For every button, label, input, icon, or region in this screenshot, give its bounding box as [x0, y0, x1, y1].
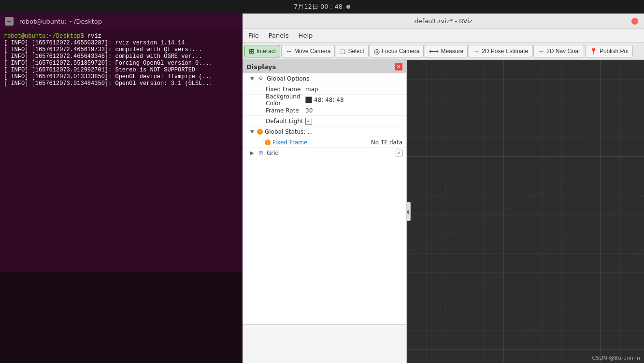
background-color-swatch [305, 97, 312, 103]
terminal-window: ☰ robot@ubuntu: ~/Desktop robot@ubuntu:~… [0, 14, 243, 363]
displays-close-button[interactable]: ✕ [395, 63, 402, 70]
grid-icon: ⊞ [257, 149, 265, 157]
terminal-bottom [0, 272, 243, 363]
viewport-3d[interactable]: ◀ CSDN @Burannnn [407, 60, 644, 363]
displays-panel: Displays ✕ ▼ ⚙ Global Options Fixed Fram… [243, 60, 407, 363]
menu-file[interactable]: File [244, 31, 263, 40]
rviz-body: Displays ✕ ▼ ⚙ Global Options Fixed Fram… [243, 60, 644, 363]
toolbar-measure[interactable]: ⟷ Measure [425, 45, 468, 57]
fixed-frame-status-value: No TF data [371, 139, 404, 146]
rviz-titlebar: default.rviz* - RViz [243, 14, 644, 29]
terminal-line-4: [ INFO] [1657612072.465643346]: compiled… [4, 53, 239, 60]
tree-fixed-frame-status[interactable]: ! Fixed Frame No TF data [243, 137, 406, 148]
main-layout: ☰ robot@ubuntu: ~/Desktop robot@ubuntu:~… [0, 14, 644, 363]
terminal-line-8: [ INFO] [1657612073.013484350]: OpenGl v… [4, 80, 239, 87]
datetime: 7月12日 00：48 [294, 2, 343, 11]
grid-checkbox[interactable]: ✓ [396, 150, 402, 156]
fixed-frame-status-icon: ! [265, 140, 271, 145]
terminal-line-1: robot@ubuntu:~/Desktop$ rviz [4, 33, 239, 40]
panel-collapse-arrow[interactable]: ◀ [407, 202, 411, 221]
terminal-line-6: [ INFO] [1657612073.012992701]: Stereo i… [4, 67, 239, 73]
frame-rate-label: Frame Rate [243, 107, 305, 114]
rviz-menubar: File Panels Help [243, 29, 644, 42]
displays-title: Displays [246, 63, 276, 70]
terminal-line-5: [ INFO] [1657612072.551859720]: Forcing … [4, 60, 239, 67]
rviz-close-button[interactable] [631, 18, 638, 25]
global-status-label: Global Status: ... [265, 128, 404, 135]
tree-grid[interactable]: ▶ ⊞ Grid ✓ [243, 148, 406, 158]
default-light-label: Default Light [243, 118, 305, 125]
grid-expand-icon: ▶ [250, 150, 256, 156]
interact-icon: ⊞ [249, 47, 255, 55]
global-options-gear-icon: ⚙ [257, 75, 265, 83]
prop-background-color: Background Color 48; 48; 48 [243, 95, 406, 105]
move-camera-icon: ↔ [286, 47, 292, 55]
2d-pose-label: 2D Pose Estimate [482, 48, 528, 55]
background-color-text: 48; 48; 48 [314, 97, 344, 103]
fixed-frame-status-label: Fixed Frame [272, 139, 371, 146]
terminal-title: robot@ubuntu: ~/Desktop [19, 18, 102, 25]
background-color-value[interactable]: 48; 48; 48 [305, 97, 406, 103]
rviz-panel: default.rviz* - RViz File Panels Help ⊞ … [243, 14, 644, 363]
toolbar-2d-pose[interactable]: → 2D Pose Estimate [469, 45, 532, 57]
toolbar-move-camera[interactable]: ↔ Move Camera [281, 45, 335, 57]
terminal-win-icon: ☰ [5, 17, 14, 26]
measure-label: Measure [441, 48, 463, 55]
toolbar-interact[interactable]: ⊞ Interact [244, 45, 280, 57]
fixed-frame-status-expand-icon [258, 140, 264, 145]
fixed-frame-label: Fixed Frame [243, 86, 305, 93]
move-camera-label: Move Camera [294, 48, 330, 55]
rviz-toolbar: ⊞ Interact ↔ Move Camera ◻ Select ◎ Focu… [243, 42, 644, 60]
focus-camera-icon: ◎ [374, 47, 380, 55]
rviz-title: default.rviz* - RViz [414, 17, 472, 25]
global-options-expand-icon: ▼ [250, 76, 256, 82]
grid-value: ✓ [396, 150, 404, 156]
system-bar: 7月12日 00：48 [0, 0, 644, 14]
terminal-line-3: [ INFO] [1657612072.465619733]: compiled… [4, 46, 239, 53]
toolbar-publish[interactable]: 📍 Publish Poi [585, 45, 633, 57]
menu-panels[interactable]: Panels [265, 31, 293, 40]
displays-bottom-area [243, 324, 406, 363]
menu-help[interactable]: Help [295, 31, 317, 40]
watermark: CSDN @Burannnn [592, 355, 640, 361]
2d-pose-icon: → [473, 47, 480, 55]
global-options-label: Global Options [267, 75, 404, 82]
publish-label: Publish Poi [600, 48, 629, 55]
frame-rate-value[interactable]: 30 [305, 107, 406, 114]
global-status-expand-icon: ▼ [250, 129, 256, 135]
fixed-frame-value[interactable]: map [305, 86, 406, 93]
terminal-titlebar: ☰ robot@ubuntu: ~/Desktop [0, 14, 243, 29]
prop-default-light: Default Light ✓ [243, 116, 406, 126]
toolbar-select[interactable]: ◻ Select [336, 45, 368, 57]
tree-global-options[interactable]: ▼ ⚙ Global Options [243, 73, 406, 84]
grid-label: Grid [267, 150, 396, 156]
default-light-checkbox[interactable]: ✓ [305, 118, 312, 125]
2d-nav-label: 2D Nav Goal [546, 48, 580, 55]
status-dot [346, 5, 350, 9]
measure-icon: ⟷ [429, 47, 439, 55]
select-icon: ◻ [340, 47, 346, 55]
terminal-line-7: [ INFO] [1657612073.013333850]: OpenGL d… [4, 73, 239, 80]
svg-rect-1 [407, 60, 644, 363]
terminal-line-2: [ INFO] [1657612072.465503287]: rviz ver… [4, 40, 239, 46]
select-label: Select [348, 48, 364, 55]
terminal-content: robot@ubuntu:~/Desktop$ rviz [ INFO] [16… [0, 29, 243, 272]
default-light-value[interactable]: ✓ [305, 118, 406, 125]
2d-nav-icon: → [538, 47, 544, 55]
interact-label: Interact [257, 48, 276, 55]
background-color-label: Background Color [243, 93, 305, 107]
focus-camera-label: Focus Camera [382, 48, 420, 55]
tree-global-status[interactable]: ▼ ! Global Status: ... [243, 126, 406, 137]
toolbar-2d-nav[interactable]: → 2D Nav Goal [533, 45, 584, 57]
displays-header: Displays ✕ [243, 60, 406, 73]
prop-frame-rate: Frame Rate 30 [243, 105, 406, 116]
grid-visualization [407, 60, 644, 363]
toolbar-focus-camera[interactable]: ◎ Focus Camera [370, 45, 424, 57]
publish-icon: 📍 [589, 47, 598, 55]
global-status-warning-icon: ! [257, 129, 263, 135]
displays-tree: ▼ ⚙ Global Options Fixed Frame map Backg… [243, 73, 406, 324]
